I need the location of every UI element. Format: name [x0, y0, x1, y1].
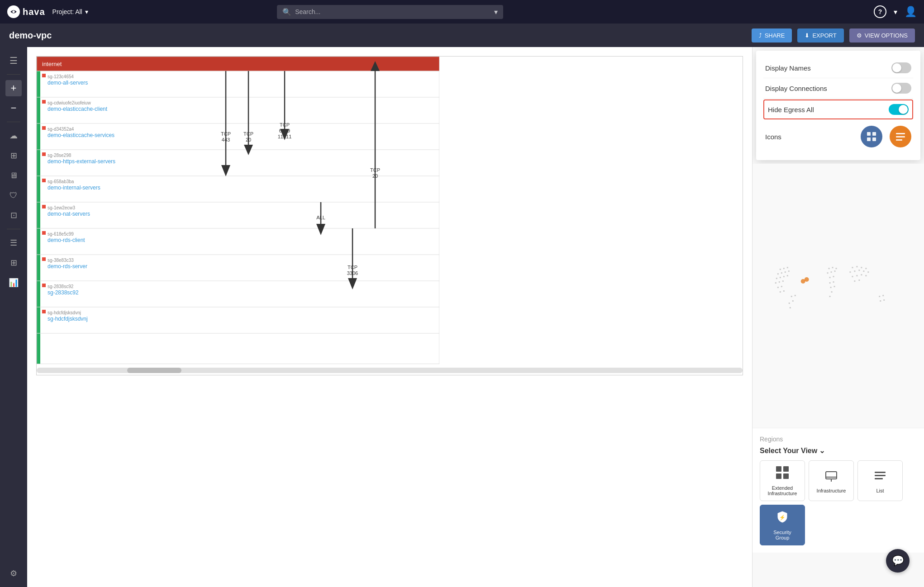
select-view-label: Select Your View: [760, 447, 817, 455]
map-svg: [753, 164, 924, 428]
help-icon[interactable]: ?: [874, 5, 886, 18]
svg-rect-110: [830, 287, 832, 288]
hide-egress-row: Hide Egress All: [763, 99, 913, 119]
search-bar[interactable]: 🔍 ▾: [277, 5, 503, 19]
notifications-dropdown-icon[interactable]: ▾: [894, 8, 897, 16]
svg-rect-131: [880, 300, 881, 302]
svg-text:demo-all-servers: demo-all-servers: [48, 80, 88, 86]
svg-rect-116: [861, 267, 862, 268]
svg-rect-36: [42, 257, 46, 261]
project-dropdown-icon: ▾: [85, 8, 88, 15]
svg-text:demo-https-external-servers: demo-https-external-servers: [48, 158, 115, 165]
svg-rect-92: [781, 286, 782, 287]
svg-text:sg-28se298: sg-28se298: [48, 153, 71, 158]
sidebar-add-icon[interactable]: +: [5, 80, 22, 96]
svg-rect-115: [856, 266, 857, 267]
display-names-row: Display Names: [763, 58, 913, 78]
svg-rect-99: [790, 307, 791, 308]
svg-rect-85: [780, 277, 781, 278]
svg-rect-2: [37, 71, 40, 364]
view-card-security-group[interactable]: ⚡ SecurityGroup: [760, 505, 805, 545]
select-view-dropdown[interactable]: Select Your View ⌄: [760, 446, 917, 455]
svg-rect-142: [875, 472, 886, 473]
svg-text:sg-hdcfdjsksdvnj: sg-hdcfdjsksdvnj: [48, 316, 88, 322]
svg-rect-18: [42, 100, 46, 104]
svg-rect-81: [781, 272, 782, 274]
svg-text:⚡: ⚡: [779, 514, 786, 521]
share-button[interactable]: ⤴ SHARE: [752, 28, 792, 43]
chat-icon: 💬: [892, 555, 904, 567]
display-connections-toggle[interactable]: [891, 83, 911, 94]
svg-rect-30: [42, 205, 46, 208]
list-label: List: [876, 488, 884, 493]
svg-rect-42: [42, 310, 46, 313]
view-options-button[interactable]: ⚙ VIEW OPTIONS: [849, 28, 915, 43]
svg-rect-97: [792, 300, 794, 302]
scrollbar-thumb[interactable]: [127, 368, 181, 373]
svg-rect-33: [42, 231, 46, 235]
view-card-extended[interactable]: ExtendedInfrastructure: [760, 460, 805, 501]
sidebar-chart-icon[interactable]: 📊: [5, 275, 22, 291]
sidebar-box-icon[interactable]: ⊡: [5, 207, 22, 223]
left-sidebar: ☰ + − ☁ ⊞ 🖥 🛡 ⊡ ☰ ⊞ 📊 ⚙: [0, 47, 27, 587]
svg-rect-84: [776, 278, 777, 279]
diagram-wrapper: internet sg-123c4654 demo-al: [36, 56, 743, 375]
icon-style-2[interactable]: [890, 126, 911, 147]
svg-rect-73: [872, 137, 876, 141]
display-names-toggle[interactable]: [891, 62, 911, 73]
sidebar-grid-icon[interactable]: ⊞: [5, 147, 22, 164]
svg-rect-122: [867, 271, 869, 273]
project-selector[interactable]: Project: All ▾: [52, 8, 88, 15]
sidebar-settings-icon[interactable]: ⚙: [5, 565, 22, 582]
view-card-list[interactable]: List: [857, 460, 903, 501]
sidebar-menu-icon[interactable]: ☰: [5, 52, 22, 69]
display-connections-row: Display Connections: [763, 78, 913, 99]
icon-style-1[interactable]: [861, 126, 882, 147]
svg-rect-114: [852, 267, 853, 268]
display-connections-label: Display Connections: [765, 85, 827, 92]
sidebar-minus-icon[interactable]: −: [5, 100, 22, 116]
svg-marker-60: [316, 224, 325, 235]
view-card-infrastructure[interactable]: Infrastructure: [809, 460, 854, 501]
logo[interactable]: hava: [7, 5, 45, 18]
sidebar-list-icon[interactable]: ☰: [5, 235, 22, 251]
sidebar-divider-2: [7, 122, 20, 122]
svg-text:sg-d34352a4: sg-d34352a4: [48, 127, 74, 132]
svg-rect-106: [829, 277, 831, 278]
display-connections-knob: [892, 84, 901, 93]
infrastructure-label: Infrastructure: [817, 488, 846, 493]
svg-rect-89: [779, 281, 780, 283]
svg-text:sg-658ab3ba: sg-658ab3ba: [48, 179, 74, 184]
infrastructure-icon: [824, 468, 838, 485]
svg-rect-127: [854, 280, 855, 282]
export-button[interactable]: ⬇ EXPORT: [797, 28, 843, 43]
canvas-area[interactable]: internet sg-123c4654 demo-al: [27, 47, 752, 587]
svg-text:sg-1ew2ecw3: sg-1ew2ecw3: [48, 205, 76, 210]
sidebar-monitor-icon[interactable]: 🖥: [5, 167, 22, 184]
search-input[interactable]: [295, 8, 491, 15]
sidebar-shield-icon[interactable]: 🛡: [5, 187, 22, 204]
svg-rect-104: [831, 271, 832, 273]
hide-egress-toggle[interactable]: [889, 104, 909, 115]
sidebar-cloud-icon[interactable]: ☁: [5, 128, 22, 144]
svg-rect-24: [42, 152, 46, 156]
svg-rect-118: [849, 271, 851, 273]
svg-rect-80: [777, 273, 779, 275]
view-cards-container: ExtendedInfrastructure Infrastructure: [760, 460, 917, 545]
svg-rect-132: [883, 299, 885, 301]
icons-label: Icons: [765, 133, 853, 141]
search-icon: 🔍: [282, 8, 291, 16]
svg-rect-21: [42, 126, 46, 130]
user-avatar[interactable]: 👤: [905, 6, 917, 18]
svg-rect-79: [787, 267, 788, 268]
svg-text:demo-rds-client: demo-rds-client: [48, 237, 85, 243]
horizontal-scrollbar[interactable]: [37, 368, 743, 373]
project-label: Project: All: [52, 8, 82, 15]
svg-text:demo-rds-server: demo-rds-server: [48, 263, 87, 270]
sidebar-table-icon[interactable]: ⊞: [5, 255, 22, 271]
search-dropdown-icon[interactable]: ▾: [494, 8, 498, 16]
chat-button[interactable]: 💬: [886, 549, 910, 573]
svg-rect-113: [829, 296, 831, 297]
svg-rect-102: [836, 268, 837, 269]
icons-row: Icons: [763, 120, 913, 153]
